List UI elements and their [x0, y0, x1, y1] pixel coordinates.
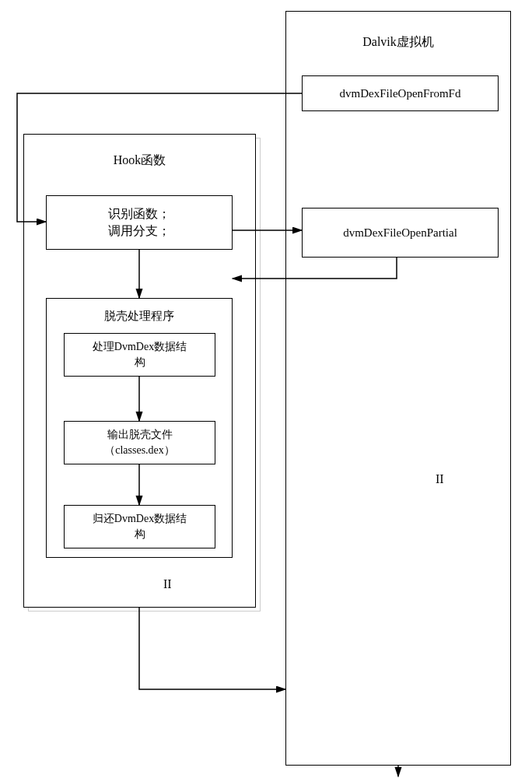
recognize-line2: 调用分支；	[108, 223, 170, 240]
step1-box: 处理DvmDex数据结 构	[64, 333, 215, 377]
step3-box: 归还DvmDex数据结 构	[64, 505, 215, 548]
step1-line2: 构	[135, 355, 145, 370]
dvm-open-from-fd-box: dvmDexFileOpenFromFd	[302, 75, 499, 111]
hook-marker: II	[163, 576, 172, 593]
dalvik-vm-container: Dalvik虚拟机	[285, 11, 511, 766]
step2-line1: 输出脱壳文件	[107, 427, 173, 443]
hook-title: Hook函数	[24, 152, 255, 169]
dalvik-title: Dalvik虚拟机	[286, 33, 510, 51]
dvm-open-partial-box: dvmDexFileOpenPartial	[302, 208, 499, 258]
step1-line1: 处理DvmDex数据结	[93, 339, 187, 355]
dvm-open-partial-label: dvmDexFileOpenPartial	[343, 225, 457, 241]
recognize-box: 识别函数； 调用分支；	[46, 195, 233, 250]
step3-line2: 构	[135, 527, 145, 542]
step3-line1: 归还DvmDex数据结	[93, 511, 187, 527]
arrow-hook-to-dalvik	[139, 608, 285, 689]
dvm-open-from-fd-label: dvmDexFileOpenFromFd	[340, 86, 461, 102]
dalvik-marker: II	[436, 471, 444, 488]
recognize-line1: 识别函数；	[108, 205, 170, 223]
step2-line2: （classes.dex）	[104, 443, 175, 458]
step2-box: 输出脱壳文件 （classes.dex）	[64, 421, 215, 464]
unshell-title: 脱壳处理程序	[47, 308, 232, 324]
